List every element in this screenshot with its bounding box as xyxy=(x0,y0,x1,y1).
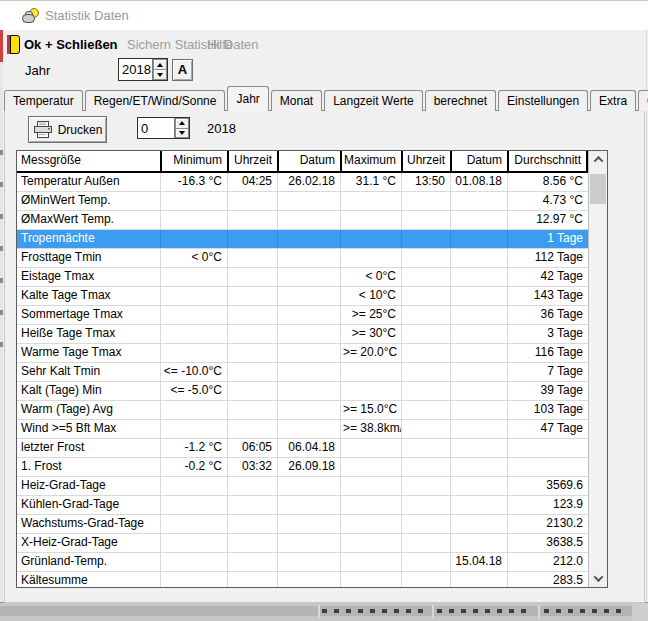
up-arrow-icon xyxy=(179,121,185,125)
tab-extra[interactable]: Extra xyxy=(590,90,636,111)
table-row[interactable]: Heiz-Grad-Tage3569.6 xyxy=(17,477,588,496)
vertical-scrollbar[interactable] xyxy=(588,151,607,587)
cell: Temperatur Außen xyxy=(17,173,160,191)
cell xyxy=(227,401,277,419)
copies-spinbox xyxy=(137,117,190,139)
cell xyxy=(450,477,507,495)
tab-berechnet[interactable]: berechnet xyxy=(425,90,496,111)
cloud-icon xyxy=(22,14,35,23)
cell: Kühlen-Grad-Tage xyxy=(17,496,160,514)
background-dots-fragment xyxy=(0,150,3,350)
table-row[interactable]: Eistage Tmax< 0°C42 Tage xyxy=(17,268,588,287)
year-spin-up-button[interactable] xyxy=(153,59,167,70)
copies-spin-down-button[interactable] xyxy=(175,129,189,139)
print-button[interactable]: Drucken xyxy=(28,116,107,143)
statusbar-corner xyxy=(632,603,648,621)
cell: -0.2 °C xyxy=(160,458,227,476)
cell: >= 30°C xyxy=(340,325,401,343)
tab-einstellungen[interactable]: Einstellungen xyxy=(498,90,588,111)
year-spin-down-button[interactable] xyxy=(153,70,167,80)
menu-sichern-statistik-daten: Sichern Statistik Daten xyxy=(127,37,259,52)
copies-spin-up-button[interactable] xyxy=(175,118,189,129)
cell xyxy=(227,268,277,286)
year-input[interactable] xyxy=(119,59,152,80)
cell: 47 Tage xyxy=(507,420,588,438)
up-arrow-icon xyxy=(157,63,163,67)
scrollbar-down-button[interactable] xyxy=(589,570,607,587)
cell xyxy=(277,515,340,533)
table-row[interactable]: Heiße Tage Tmax>= 30°C3 Tage xyxy=(17,325,588,344)
table-row[interactable]: ØMinWert Temp.4.73 °C xyxy=(17,192,588,211)
cell: Kalt (Tage) Min xyxy=(17,382,160,400)
table-row[interactable]: ØMaxWert Temp.12.97 °C xyxy=(17,211,588,230)
cell: >= 25°C xyxy=(340,306,401,324)
scrollbar-up-button[interactable] xyxy=(589,151,607,168)
cell xyxy=(277,496,340,514)
cell: Warm (Tage) Avg xyxy=(17,401,160,419)
tab-monat[interactable]: Monat xyxy=(271,90,322,111)
tab-grafik[interactable]: Grafik xyxy=(638,90,648,111)
cell: Sehr Kalt Tmin xyxy=(17,363,160,381)
table-row[interactable]: X-Heiz-Grad-Tage3638.5 xyxy=(17,534,588,553)
cell xyxy=(401,325,450,343)
table-row[interactable]: Temperatur Außen-16.3 °C04:2526.02.1831.… xyxy=(17,173,588,192)
cell: letzter Frost xyxy=(17,439,160,457)
cell: 103 Tage xyxy=(507,401,588,419)
exit-door-icon xyxy=(7,35,20,54)
tab-temperatur[interactable]: Temperatur xyxy=(4,90,83,111)
cell: 04:25 xyxy=(227,173,277,191)
cell xyxy=(450,420,507,438)
table-row[interactable]: Wind >=5 Bft Max>= 38.8km/h47 Tage xyxy=(17,420,588,439)
chevron-up-icon xyxy=(593,156,603,166)
cell xyxy=(227,363,277,381)
table-row[interactable]: Kältesumme283.5 xyxy=(17,572,588,588)
auto-year-button[interactable]: A xyxy=(172,59,193,81)
column-header-durchschnitt: Durchschnitt xyxy=(507,151,588,171)
cell xyxy=(277,344,340,362)
tab-jahr[interactable]: Jahr xyxy=(227,86,268,111)
cell xyxy=(160,344,227,362)
menu-ok-schliessen[interactable]: Ok + Schließen xyxy=(24,37,118,52)
cell xyxy=(401,553,450,571)
table-row[interactable]: Warm (Tage) Avg>= 15.0°C103 Tage xyxy=(17,401,588,420)
statusbar-separator xyxy=(432,605,434,618)
cell xyxy=(227,553,277,571)
copies-input[interactable] xyxy=(138,118,174,138)
table-row[interactable]: Grünland-Temp.15.04.18212.0 xyxy=(17,553,588,572)
cell xyxy=(401,249,450,267)
column-header-datum: Datum xyxy=(450,151,507,171)
table-row[interactable]: Sommertage Tmax>= 25°C36 Tage xyxy=(17,306,588,325)
cell xyxy=(160,325,227,343)
cell xyxy=(340,534,401,552)
table-row[interactable]: Kühlen-Grad-Tage123.9 xyxy=(17,496,588,515)
cell: < 10°C xyxy=(340,287,401,305)
table-row[interactable]: letzter Frost-1.2 °C06:0506.04.18 xyxy=(17,439,588,458)
table-row[interactable]: Sehr Kalt Tmin<= -10.0°C7 Tage xyxy=(17,363,588,382)
year-spin-buttons xyxy=(152,59,167,80)
table-row[interactable]: Warme Tage Tmax>= 20.0°C116 Tage xyxy=(17,344,588,363)
cell xyxy=(277,211,340,229)
scrollbar-thumb[interactable] xyxy=(590,174,606,204)
cell xyxy=(160,553,227,571)
tab-regen-et-wind-sonne[interactable]: Regen/ET/Wind/Sonne xyxy=(85,90,226,111)
background-red-fragment xyxy=(0,30,3,62)
cell: 143 Tage xyxy=(507,287,588,305)
cell xyxy=(160,287,227,305)
table-row[interactable]: Tropennächte1 Tage xyxy=(17,230,588,249)
statusbar-text-fragment xyxy=(437,609,529,613)
cell xyxy=(277,477,340,495)
table-row[interactable]: Kalte Tage Tmax< 10°C143 Tage xyxy=(17,287,588,306)
cell xyxy=(277,268,340,286)
table-row[interactable]: Wachstums-Grad-Tage2130.2 xyxy=(17,515,588,534)
table-row[interactable]: Frosttage Tmin< 0°C112 Tage xyxy=(17,249,588,268)
cell: 42 Tage xyxy=(507,268,588,286)
cell xyxy=(401,344,450,362)
table-row[interactable]: 1. Frost-0.2 °C03:3226.09.18 xyxy=(17,458,588,477)
cell: -1.2 °C xyxy=(160,439,227,457)
cell xyxy=(450,268,507,286)
table-row[interactable]: Kalt (Tage) Min<= -5.0°C39 Tage xyxy=(17,382,588,401)
tab-langzeit-werte[interactable]: Langzeit Werte xyxy=(324,90,423,111)
cell xyxy=(450,192,507,210)
cell: 8.56 °C xyxy=(507,173,588,191)
cell xyxy=(227,477,277,495)
